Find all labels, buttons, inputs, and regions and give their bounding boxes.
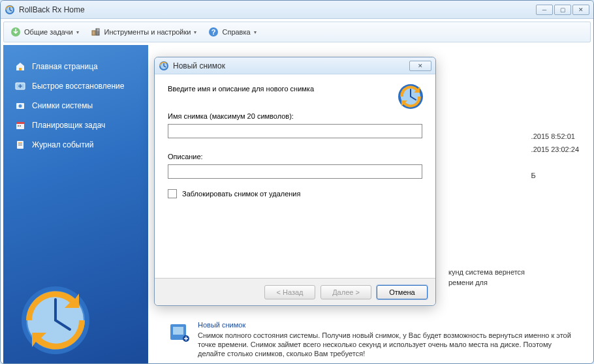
sidebar-item-home[interactable]: Главная страница: [10, 57, 142, 76]
peek-timestamp-2: .2015 23:02:24: [531, 143, 579, 156]
lock-checkbox-row: Заблокировать снимок от удаления: [168, 189, 422, 198]
peek-text-2: ремени для: [448, 277, 579, 288]
svg-rect-17: [18, 144, 22, 144]
app-icon: [5, 5, 15, 15]
dialog-title: Новый снимок: [173, 61, 409, 70]
svg-rect-3: [92, 31, 95, 35]
window-controls: ─ ▢ ✕: [536, 5, 589, 15]
sidebar-item-label: Планировщик задач: [32, 121, 105, 130]
svg-point-5: [97, 29, 99, 31]
peek-size-unit: Б: [531, 169, 579, 182]
sidebar-item-snapshots[interactable]: Снимки системы: [10, 96, 142, 115]
toolbar-common-tasks[interactable]: Общие задачи ▾: [10, 27, 79, 37]
tasks-icon: [10, 27, 21, 37]
snapshot-icon: [15, 100, 25, 111]
lock-checkbox[interactable]: [168, 189, 177, 198]
sidebar-item-label: Главная страница: [32, 62, 98, 71]
svg-rect-13: [18, 125, 19, 127]
toolbar-tools-settings[interactable]: Инструменты и настройки ▾: [91, 27, 197, 37]
sidebar-item-label: Снимки системы: [32, 101, 93, 110]
back-button[interactable]: < Назад: [264, 285, 315, 299]
toolbar: Общие задачи ▾ Инструменты и настройки ▾…: [3, 22, 591, 42]
lock-checkbox-label: Заблокировать снимок от удаления: [182, 190, 300, 198]
svg-rect-12: [16, 122, 24, 124]
cancel-button[interactable]: Отмена: [377, 285, 428, 299]
sidebar-item-eventlog[interactable]: Журнал событий: [10, 135, 142, 155]
dialog-titlebar: Новый снимок ✕: [155, 57, 435, 74]
dialog-close-button[interactable]: ✕: [409, 61, 431, 71]
app-logo: [16, 281, 95, 359]
peek-timestamp-1: .2015 8:52:01: [531, 130, 579, 143]
dialog-app-icon: [159, 61, 169, 71]
svg-rect-14: [20, 125, 21, 127]
toolbar-label: Общие задачи: [24, 28, 73, 36]
window-title: RollBack Rx Home: [19, 5, 536, 14]
peek-text-1: кунд система вернется: [448, 267, 579, 277]
sidebar-item-label: Журнал событий: [32, 140, 93, 149]
maximize-button[interactable]: ▢: [554, 5, 571, 15]
scheduler-icon: [15, 120, 25, 130]
new-snapshot-text: Новый снимок Снимок полного состояния си…: [198, 320, 579, 358]
dialog-corner-logo: [396, 82, 425, 111]
new-snapshot-section: Новый снимок Снимок полного состояния си…: [168, 320, 579, 358]
new-snapshot-dialog: Новый снимок ✕ Введите имя и описание дл…: [154, 57, 436, 306]
dialog-body: Введите имя и описание для нового снимка…: [155, 74, 435, 278]
sidebar-item-restore[interactable]: Быстрое восстановление: [10, 76, 142, 96]
close-button[interactable]: ✕: [572, 5, 589, 15]
sidebar: Главная страница Быстрое восстановление …: [3, 45, 148, 364]
svg-rect-23: [173, 327, 183, 335]
sidebar-item-scheduler[interactable]: Планировщик задач: [10, 115, 142, 135]
chevron-down-icon: ▾: [194, 29, 196, 35]
toolbar-label: Инструменты и настройки: [104, 28, 191, 36]
minimize-button[interactable]: ─: [536, 5, 553, 15]
main-window: RollBack Rx Home ─ ▢ ✕ Общие задачи ▾ Ин…: [0, 0, 594, 364]
chevron-down-icon: ▾: [76, 29, 79, 35]
svg-rect-18: [18, 145, 22, 145]
titlebar: RollBack Rx Home ─ ▢ ✕: [1, 1, 593, 19]
dialog-footer: < Назад Далее > Отмена: [155, 278, 435, 305]
tools-icon: [91, 27, 101, 37]
chevron-down-icon: ▾: [254, 29, 257, 35]
background-text-peek: .2015 8:52:01 .2015 23:02:24 Б: [531, 130, 579, 182]
home-icon: [15, 61, 25, 72]
snapshot-desc-input[interactable]: [168, 164, 422, 179]
toolbar-label: Справка: [222, 28, 250, 36]
svg-text:?: ?: [211, 28, 216, 36]
log-icon: [15, 140, 25, 150]
svg-rect-16: [18, 142, 22, 143]
snapshot-name-input[interactable]: [168, 124, 422, 138]
name-field-label: Имя снимка (максимум 20 символов):: [168, 112, 422, 120]
next-button[interactable]: Далее >: [320, 285, 371, 299]
new-snapshot-title[interactable]: Новый снимок: [198, 320, 579, 329]
restore-icon: [15, 81, 25, 91]
new-snapshot-icon: [168, 320, 191, 344]
sidebar-item-label: Быстрое восстановление: [32, 82, 124, 91]
svg-point-10: [19, 104, 22, 108]
dialog-instruction: Введите имя и описание для нового снимка: [168, 85, 422, 93]
background-text-peek-2: кунд система вернется ремени для: [448, 267, 579, 288]
new-snapshot-desc: Снимок полного состояния системы. Получи…: [198, 331, 579, 358]
toolbar-help[interactable]: ? Справка ▾: [208, 27, 256, 37]
desc-field-label: Описание:: [168, 153, 422, 160]
help-icon: ?: [208, 27, 219, 37]
